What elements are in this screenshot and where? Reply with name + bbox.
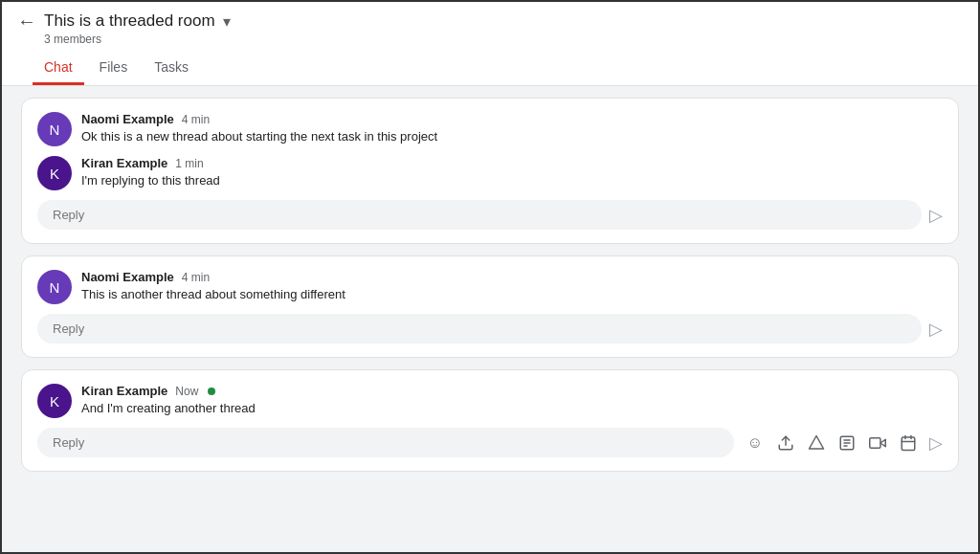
svg-rect-8 [902,437,915,451]
main-content: N Naomi Example 4 min Ok this is a new t… [2,86,978,554]
calendar-icon[interactable] [895,430,922,456]
sender-name: Kiran Example [81,384,167,398]
chevron-down-icon[interactable]: ▾ [223,12,231,31]
message-body: Kiran Example Now And I'm creating anoth… [81,384,943,417]
sender-name: Kiran Example [81,156,167,170]
avatar: K [37,156,72,190]
message-time: 1 min [175,157,203,170]
send-button[interactable]: ▷ [929,432,943,454]
message-header: Naomi Example 4 min [81,112,943,126]
message-text: This is another thread about something d… [81,286,943,303]
tab-tasks[interactable]: Tasks [143,52,200,85]
svg-marker-1 [810,435,824,449]
upload-icon[interactable] [772,430,799,456]
reply-input-row: ▷ [37,314,943,343]
tabs-bar: Chat Files Tasks [33,52,963,85]
reply-input[interactable] [37,428,734,457]
avatar: N [37,112,72,146]
message-time: 4 min [182,271,210,284]
reply-input[interactable] [37,314,922,343]
thread-card: N Naomi Example 4 min Ok this is a new t… [21,98,959,244]
reply-input-row: ▷ [37,200,943,230]
avatar: K [37,384,72,418]
doc-icon[interactable] [834,430,860,456]
online-status-dot [208,388,215,395]
sender-name: Naomi Example [81,270,174,284]
tab-chat[interactable]: Chat [33,52,84,85]
message: K Kiran Example Now And I'm creating ano… [37,384,943,418]
svg-marker-6 [880,439,885,447]
message-body: Naomi Example 4 min This is another thre… [81,270,943,303]
svg-rect-7 [870,437,880,448]
toolbar-icons: ☺ [742,430,943,456]
avatar: N [37,270,72,304]
message-body: Kiran Example 1 min I'm replying to this… [81,156,943,189]
message-body: Naomi Example 4 min Ok this is a new thr… [81,112,943,145]
send-icon[interactable]: ▷ [929,205,943,226]
message: K Kiran Example 1 min I'm replying to th… [37,156,943,190]
tab-files[interactable]: Files [88,52,140,85]
message: N Naomi Example 4 min Ok this is a new t… [37,112,943,146]
emoji-icon[interactable]: ☺ [742,430,768,456]
message-header: Kiran Example Now [81,384,943,398]
room-title: This is a threaded room [44,11,215,31]
message-text: I'm replying to this thread [81,172,943,189]
reply-input[interactable] [37,200,922,230]
message-time: Now [175,385,198,398]
thread-card: K Kiran Example Now And I'm creating ano… [21,369,959,472]
message: N Naomi Example 4 min This is another th… [37,270,943,304]
drive-icon[interactable] [803,430,830,456]
message-text: And I'm creating another thread [81,400,943,417]
send-icon[interactable]: ▷ [929,319,943,340]
header-top: ← This is a threaded room ▾ [17,11,963,31]
thread-card: N Naomi Example 4 min This is another th… [21,255,959,358]
back-button[interactable]: ← [17,11,36,31]
message-header: Kiran Example 1 min [81,156,943,170]
sender-name: Naomi Example [81,112,174,126]
header: ← This is a threaded room ▾ 3 members Ch… [2,2,978,86]
message-header: Naomi Example 4 min [81,270,943,284]
message-time: 4 min [182,113,210,126]
reply-input-row: ☺ [37,428,943,457]
members-count: 3 members [44,33,963,46]
message-text: Ok this is a new thread about starting t… [81,128,943,145]
video-icon[interactable] [864,430,891,456]
